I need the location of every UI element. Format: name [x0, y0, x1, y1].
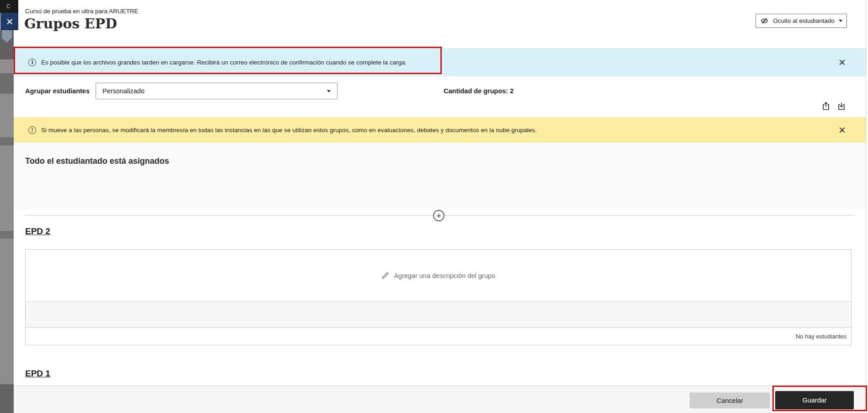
scrollbar-track[interactable] — [866, 0, 866, 386]
group-students-select[interactable]: Personalizado — [96, 83, 338, 99]
add-group-button[interactable]: + — [433, 210, 445, 221]
page-title: Grupos EPD — [24, 16, 117, 32]
info-banner-close-button[interactable]: × — [839, 56, 846, 68]
group-epd2-box: Agregar una descripción del grupo No hay… — [25, 249, 852, 345]
group-empty-row: No hay estudiantes — [26, 328, 851, 345]
group-count: Cantidad de grupos: 2 — [444, 87, 514, 95]
close-icon: × — [839, 123, 846, 137]
sidebar-strip-segment — [0, 231, 14, 239]
assigned-status-section — [14, 143, 866, 209]
sidebar-strip — [0, 0, 14, 413]
sidebar-strip-segment — [0, 384, 14, 413]
cancel-button[interactable]: Cancelar — [690, 392, 770, 408]
panel-close-button[interactable]: × — [1, 13, 18, 30]
export-groups-button[interactable] — [821, 101, 831, 111]
warning-banner-text: Si mueve a las personas, se modificará l… — [41, 127, 537, 134]
info-banner: i Es posible que los archivos grandes ta… — [14, 48, 866, 76]
info-icon: i — [28, 59, 36, 66]
warning-banner: ! Si mueve a las personas, se modificará… — [14, 117, 866, 143]
caret-down-icon — [839, 20, 842, 22]
select-caret-icon — [327, 90, 331, 92]
save-button[interactable]: Guardar — [775, 391, 854, 409]
sidebar-strip-segment — [0, 137, 14, 145]
warning-icon: ! — [28, 126, 36, 134]
pencil-icon — [381, 272, 389, 279]
add-description-label: Agregar una descripción del grupo — [394, 272, 495, 279]
close-icon: × — [839, 55, 846, 69]
sidebar-strip-segment — [0, 73, 14, 94]
plus-circle-icon: + — [437, 212, 441, 220]
download-icon — [837, 102, 847, 111]
group-students-selected-value: Personalizado — [102, 87, 145, 95]
warning-banner-close-button[interactable]: × — [839, 124, 846, 136]
group-title-epd2[interactable]: EPD 2 — [25, 226, 50, 236]
group-title-epd1[interactable]: EPD 1 — [25, 369, 50, 379]
group-students-label: Agrupar estudiantes — [25, 87, 90, 95]
group-members-header — [26, 302, 851, 328]
upload-icon — [821, 102, 831, 111]
add-description-button[interactable]: Agregar una descripción del grupo — [26, 250, 851, 302]
info-banner-text: Es posible que los archivos grandes tard… — [41, 59, 407, 66]
visibility-dropdown-button[interactable]: Oculto al estudiantado — [755, 14, 847, 28]
hidden-eye-icon — [760, 17, 769, 25]
close-icon: × — [6, 16, 13, 27]
import-groups-button[interactable] — [837, 101, 847, 111]
occluded-corner-text: C — [0, 0, 18, 13]
breadcrumb: Curso de prueba en ultra para ARUETRE — [25, 8, 139, 15]
all-assigned-heading: Todo el estudiantado está asignados — [25, 156, 169, 166]
visibility-button-label: Oculto al estudiantado — [773, 17, 834, 24]
no-students-text: No hay estudiantes — [796, 333, 847, 340]
import-export-toolbar — [821, 101, 847, 111]
